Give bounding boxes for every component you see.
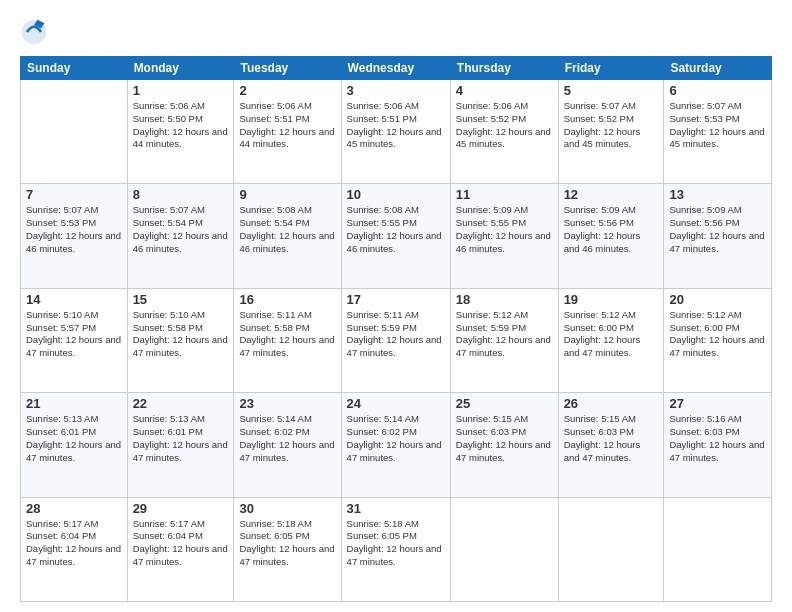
calendar-cell: 14Sunrise: 5:10 AM Sunset: 5:57 PM Dayli… [21, 288, 128, 392]
calendar: SundayMondayTuesdayWednesdayThursdayFrid… [20, 56, 772, 602]
calendar-cell: 25Sunrise: 5:15 AM Sunset: 6:03 PM Dayli… [450, 393, 558, 497]
calendar-cell: 27Sunrise: 5:16 AM Sunset: 6:03 PM Dayli… [664, 393, 772, 497]
day-number: 11 [456, 187, 553, 202]
day-number: 24 [347, 396, 445, 411]
day-number: 4 [456, 83, 553, 98]
day-number: 23 [239, 396, 335, 411]
calendar-header-thursday: Thursday [450, 57, 558, 80]
day-info: Sunrise: 5:13 AM Sunset: 6:01 PM Dayligh… [26, 413, 122, 464]
day-number: 7 [26, 187, 122, 202]
day-info: Sunrise: 5:12 AM Sunset: 6:00 PM Dayligh… [564, 309, 659, 360]
day-number: 26 [564, 396, 659, 411]
calendar-header-row: SundayMondayTuesdayWednesdayThursdayFrid… [21, 57, 772, 80]
day-info: Sunrise: 5:17 AM Sunset: 6:04 PM Dayligh… [133, 518, 229, 569]
day-number: 2 [239, 83, 335, 98]
calendar-cell: 11Sunrise: 5:09 AM Sunset: 5:55 PM Dayli… [450, 184, 558, 288]
day-number: 8 [133, 187, 229, 202]
calendar-cell: 28Sunrise: 5:17 AM Sunset: 6:04 PM Dayli… [21, 497, 128, 601]
calendar-cell: 24Sunrise: 5:14 AM Sunset: 6:02 PM Dayli… [341, 393, 450, 497]
day-number: 31 [347, 501, 445, 516]
day-info: Sunrise: 5:17 AM Sunset: 6:04 PM Dayligh… [26, 518, 122, 569]
day-info: Sunrise: 5:08 AM Sunset: 5:54 PM Dayligh… [239, 204, 335, 255]
calendar-cell: 30Sunrise: 5:18 AM Sunset: 6:05 PM Dayli… [234, 497, 341, 601]
calendar-header-monday: Monday [127, 57, 234, 80]
calendar-cell: 1Sunrise: 5:06 AM Sunset: 5:50 PM Daylig… [127, 80, 234, 184]
calendar-cell: 12Sunrise: 5:09 AM Sunset: 5:56 PM Dayli… [558, 184, 664, 288]
calendar-cell: 18Sunrise: 5:12 AM Sunset: 5:59 PM Dayli… [450, 288, 558, 392]
calendar-cell: 17Sunrise: 5:11 AM Sunset: 5:59 PM Dayli… [341, 288, 450, 392]
header [20, 18, 772, 46]
calendar-week-5: 28Sunrise: 5:17 AM Sunset: 6:04 PM Dayli… [21, 497, 772, 601]
day-number: 10 [347, 187, 445, 202]
day-info: Sunrise: 5:07 AM Sunset: 5:53 PM Dayligh… [669, 100, 766, 151]
day-info: Sunrise: 5:09 AM Sunset: 5:55 PM Dayligh… [456, 204, 553, 255]
calendar-cell: 23Sunrise: 5:14 AM Sunset: 6:02 PM Dayli… [234, 393, 341, 497]
calendar-cell [664, 497, 772, 601]
calendar-week-1: 1Sunrise: 5:06 AM Sunset: 5:50 PM Daylig… [21, 80, 772, 184]
day-number: 17 [347, 292, 445, 307]
calendar-week-2: 7Sunrise: 5:07 AM Sunset: 5:53 PM Daylig… [21, 184, 772, 288]
day-info: Sunrise: 5:06 AM Sunset: 5:52 PM Dayligh… [456, 100, 553, 151]
day-number: 1 [133, 83, 229, 98]
calendar-cell: 19Sunrise: 5:12 AM Sunset: 6:00 PM Dayli… [558, 288, 664, 392]
calendar-cell: 16Sunrise: 5:11 AM Sunset: 5:58 PM Dayli… [234, 288, 341, 392]
calendar-cell: 10Sunrise: 5:08 AM Sunset: 5:55 PM Dayli… [341, 184, 450, 288]
calendar-cell: 29Sunrise: 5:17 AM Sunset: 6:04 PM Dayli… [127, 497, 234, 601]
day-info: Sunrise: 5:13 AM Sunset: 6:01 PM Dayligh… [133, 413, 229, 464]
day-info: Sunrise: 5:09 AM Sunset: 5:56 PM Dayligh… [669, 204, 766, 255]
day-info: Sunrise: 5:07 AM Sunset: 5:54 PM Dayligh… [133, 204, 229, 255]
logo [20, 18, 52, 46]
calendar-week-3: 14Sunrise: 5:10 AM Sunset: 5:57 PM Dayli… [21, 288, 772, 392]
day-number: 30 [239, 501, 335, 516]
day-info: Sunrise: 5:14 AM Sunset: 6:02 PM Dayligh… [347, 413, 445, 464]
day-info: Sunrise: 5:09 AM Sunset: 5:56 PM Dayligh… [564, 204, 659, 255]
day-info: Sunrise: 5:12 AM Sunset: 6:00 PM Dayligh… [669, 309, 766, 360]
day-info: Sunrise: 5:06 AM Sunset: 5:50 PM Dayligh… [133, 100, 229, 151]
calendar-header-saturday: Saturday [664, 57, 772, 80]
day-number: 12 [564, 187, 659, 202]
day-number: 18 [456, 292, 553, 307]
calendar-cell: 20Sunrise: 5:12 AM Sunset: 6:00 PM Dayli… [664, 288, 772, 392]
calendar-cell: 7Sunrise: 5:07 AM Sunset: 5:53 PM Daylig… [21, 184, 128, 288]
calendar-cell: 8Sunrise: 5:07 AM Sunset: 5:54 PM Daylig… [127, 184, 234, 288]
calendar-cell: 13Sunrise: 5:09 AM Sunset: 5:56 PM Dayli… [664, 184, 772, 288]
calendar-cell: 2Sunrise: 5:06 AM Sunset: 5:51 PM Daylig… [234, 80, 341, 184]
calendar-cell [21, 80, 128, 184]
day-number: 21 [26, 396, 122, 411]
day-info: Sunrise: 5:11 AM Sunset: 5:59 PM Dayligh… [347, 309, 445, 360]
calendar-cell: 26Sunrise: 5:15 AM Sunset: 6:03 PM Dayli… [558, 393, 664, 497]
day-info: Sunrise: 5:10 AM Sunset: 5:57 PM Dayligh… [26, 309, 122, 360]
calendar-week-4: 21Sunrise: 5:13 AM Sunset: 6:01 PM Dayli… [21, 393, 772, 497]
calendar-cell: 21Sunrise: 5:13 AM Sunset: 6:01 PM Dayli… [21, 393, 128, 497]
day-number: 28 [26, 501, 122, 516]
day-info: Sunrise: 5:15 AM Sunset: 6:03 PM Dayligh… [456, 413, 553, 464]
calendar-header-wednesday: Wednesday [341, 57, 450, 80]
day-number: 19 [564, 292, 659, 307]
day-number: 29 [133, 501, 229, 516]
day-number: 15 [133, 292, 229, 307]
calendar-cell [450, 497, 558, 601]
day-info: Sunrise: 5:18 AM Sunset: 6:05 PM Dayligh… [239, 518, 335, 569]
page: SundayMondayTuesdayWednesdayThursdayFrid… [0, 0, 792, 612]
calendar-cell: 31Sunrise: 5:18 AM Sunset: 6:05 PM Dayli… [341, 497, 450, 601]
calendar-cell: 6Sunrise: 5:07 AM Sunset: 5:53 PM Daylig… [664, 80, 772, 184]
day-number: 22 [133, 396, 229, 411]
calendar-cell [558, 497, 664, 601]
day-number: 16 [239, 292, 335, 307]
calendar-cell: 9Sunrise: 5:08 AM Sunset: 5:54 PM Daylig… [234, 184, 341, 288]
day-info: Sunrise: 5:15 AM Sunset: 6:03 PM Dayligh… [564, 413, 659, 464]
day-number: 13 [669, 187, 766, 202]
day-number: 5 [564, 83, 659, 98]
day-info: Sunrise: 5:07 AM Sunset: 5:53 PM Dayligh… [26, 204, 122, 255]
day-info: Sunrise: 5:06 AM Sunset: 5:51 PM Dayligh… [347, 100, 445, 151]
day-number: 20 [669, 292, 766, 307]
calendar-cell: 15Sunrise: 5:10 AM Sunset: 5:58 PM Dayli… [127, 288, 234, 392]
calendar-cell: 22Sunrise: 5:13 AM Sunset: 6:01 PM Dayli… [127, 393, 234, 497]
day-info: Sunrise: 5:10 AM Sunset: 5:58 PM Dayligh… [133, 309, 229, 360]
calendar-header-sunday: Sunday [21, 57, 128, 80]
day-number: 9 [239, 187, 335, 202]
day-number: 6 [669, 83, 766, 98]
day-info: Sunrise: 5:06 AM Sunset: 5:51 PM Dayligh… [239, 100, 335, 151]
day-number: 27 [669, 396, 766, 411]
calendar-cell: 4Sunrise: 5:06 AM Sunset: 5:52 PM Daylig… [450, 80, 558, 184]
